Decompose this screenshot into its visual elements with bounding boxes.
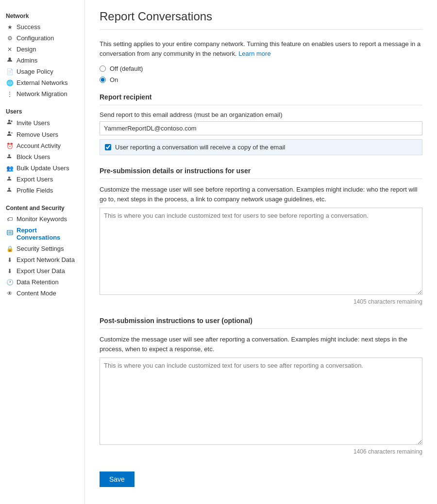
- sidebar-item-security-settings[interactable]: 🔒 Security Settings: [0, 243, 84, 254]
- radio-on-option[interactable]: On: [100, 76, 422, 83]
- sidebar-item-label: Export Network Data: [17, 256, 75, 263]
- report-recipient-section: Report recipient Send report to this ema…: [100, 93, 422, 155]
- sidebar: Network ★ Success ⚙ Configuration ✕ Desi…: [0, 0, 85, 504]
- success-icon: ★: [6, 24, 14, 31]
- svg-point-0: [9, 58, 11, 60]
- sidebar-item-label: Account Activity: [17, 142, 61, 149]
- block-users-icon: [6, 153, 14, 161]
- page-description: This setting applies to your entire comp…: [100, 39, 422, 58]
- sidebar-item-label: Success: [17, 23, 40, 31]
- content-mode-icon: 👁: [6, 290, 14, 297]
- post-submission-textarea[interactable]: [100, 358, 422, 445]
- sidebar-item-label: Usage Policy: [17, 68, 53, 75]
- users-section-title: Users: [0, 103, 84, 117]
- data-retention-icon: 🕐: [6, 279, 14, 286]
- radio-on-input[interactable]: [100, 77, 106, 83]
- sidebar-item-block-users[interactable]: Block Users: [0, 151, 84, 163]
- post-submission-section: Post-submission instructions to user (op…: [100, 317, 422, 455]
- post-submission-char-count: 1406 characters remaining: [100, 448, 422, 455]
- sidebar-item-label: Export User Data: [17, 267, 65, 275]
- sidebar-item-export-users[interactable]: Export Users: [0, 174, 84, 185]
- learn-more-link[interactable]: Learn more: [238, 50, 270, 57]
- main-content: Report Conversations This setting applie…: [85, 0, 437, 504]
- sidebar-item-external-networks[interactable]: 🌐 External Networks: [0, 77, 84, 88]
- email-field-label: Send report to this email address (must …: [100, 111, 422, 118]
- activity-icon: ⏰: [6, 143, 14, 149]
- sidebar-item-bulk-update-users[interactable]: 👥 Bulk Update Users: [0, 163, 84, 174]
- radio-on-label[interactable]: On: [110, 76, 118, 83]
- globe-icon: 🌐: [6, 80, 14, 86]
- copy-checkbox-label: User reporting a conversation will recei…: [115, 144, 285, 151]
- sidebar-item-label: Export Users: [17, 176, 53, 183]
- radio-off-option[interactable]: Off (default): [100, 65, 422, 72]
- sidebar-item-monitor-keywords[interactable]: 🏷 Monitor Keywords: [0, 213, 84, 225]
- report-conversations-icon: [6, 230, 14, 238]
- migration-icon: ⋮: [6, 91, 14, 98]
- sidebar-item-remove-users[interactable]: Remove Users: [0, 129, 84, 140]
- sidebar-item-label: Content Mode: [17, 290, 56, 297]
- sidebar-item-label: Block Users: [17, 153, 50, 161]
- security-settings-icon: 🔒: [6, 245, 14, 252]
- svg-point-8: [8, 188, 10, 190]
- sidebar-item-success[interactable]: ★ Success: [0, 21, 84, 33]
- pre-submission-char-count: 1405 characters remaining: [100, 298, 422, 305]
- gear-icon: ⚙: [6, 35, 14, 42]
- post-submission-header: Post-submission instructions to user (op…: [100, 317, 422, 329]
- svg-point-7: [8, 177, 10, 179]
- sidebar-item-label: Data Retention: [17, 278, 59, 286]
- usage-policy-icon: 📄: [6, 68, 14, 75]
- post-submission-desc: Customize the message user will see afte…: [100, 335, 422, 354]
- network-section-title: Network: [0, 8, 84, 21]
- sidebar-item-label: Admins: [17, 57, 37, 64]
- sidebar-item-configuration[interactable]: ⚙ Configuration: [0, 33, 84, 44]
- admins-icon: [6, 57, 14, 64]
- copy-checkbox[interactable]: [105, 144, 111, 150]
- sidebar-item-label: Network Migration: [17, 90, 67, 98]
- radio-off-label[interactable]: Off (default): [110, 65, 143, 72]
- sidebar-item-export-network-data[interactable]: ⬇ Export Network Data: [0, 254, 84, 265]
- sidebar-item-network-migration[interactable]: ⋮ Network Migration: [0, 88, 84, 99]
- svg-point-4: [8, 131, 10, 133]
- sidebar-item-label: Bulk Update Users: [17, 164, 69, 172]
- pre-submission-desc: Customize the message user will see befo…: [100, 185, 422, 204]
- svg-point-1: [8, 120, 10, 122]
- sidebar-item-label: Remove Users: [17, 131, 58, 138]
- page-title: Report Conversations: [100, 10, 422, 30]
- email-input[interactable]: [100, 121, 422, 135]
- report-recipient-header: Report recipient: [100, 93, 422, 105]
- sidebar-item-label: Configuration: [17, 34, 54, 42]
- design-icon: ✕: [6, 46, 14, 53]
- sidebar-item-label: Design: [17, 46, 36, 53]
- sidebar-item-label: External Networks: [17, 79, 67, 86]
- pre-submission-section: Pre-submission details or instructions f…: [100, 167, 422, 305]
- sidebar-item-label: Security Settings: [17, 245, 64, 252]
- sidebar-item-admins[interactable]: Admins: [0, 55, 84, 66]
- sidebar-item-design[interactable]: ✕ Design: [0, 44, 84, 55]
- post-submission-textarea-container: [100, 358, 422, 446]
- pre-submission-header: Pre-submission details or instructions f…: [100, 167, 422, 179]
- sidebar-item-invite-users[interactable]: Invite Users: [0, 117, 84, 129]
- sidebar-item-usage-policy[interactable]: 📄 Usage Policy: [0, 66, 84, 77]
- sidebar-item-content-mode[interactable]: 👁 Content Mode: [0, 288, 84, 299]
- svg-point-6: [8, 154, 10, 156]
- svg-rect-9: [7, 230, 13, 235]
- radio-off-input[interactable]: [100, 65, 106, 72]
- sidebar-item-label: Report Conversations: [17, 227, 79, 241]
- export-network-icon: ⬇: [6, 257, 14, 263]
- content-section-title: Content and Security: [0, 200, 84, 213]
- sidebar-item-export-user-data[interactable]: ⬇ Export User Data: [0, 265, 84, 276]
- copy-checkbox-row[interactable]: User reporting a conversation will recei…: [100, 139, 422, 155]
- invite-users-icon: [6, 119, 14, 127]
- sidebar-item-label: Profile Fields: [17, 187, 53, 194]
- export-user-data-icon: ⬇: [6, 268, 14, 275]
- pre-submission-textarea[interactable]: [100, 208, 422, 295]
- sidebar-item-account-activity[interactable]: ⏰ Account Activity: [0, 140, 84, 151]
- sidebar-item-report-conversations[interactable]: Report Conversations: [0, 225, 84, 243]
- sidebar-item-data-retention[interactable]: 🕐 Data Retention: [0, 276, 84, 288]
- export-users-icon: [6, 176, 14, 183]
- sidebar-item-profile-fields[interactable]: Profile Fields: [0, 185, 84, 196]
- monitor-keywords-icon: 🏷: [6, 216, 14, 223]
- profile-fields-icon: [6, 187, 14, 194]
- bulk-update-icon: 👥: [6, 165, 14, 172]
- save-button[interactable]: Save: [100, 471, 134, 487]
